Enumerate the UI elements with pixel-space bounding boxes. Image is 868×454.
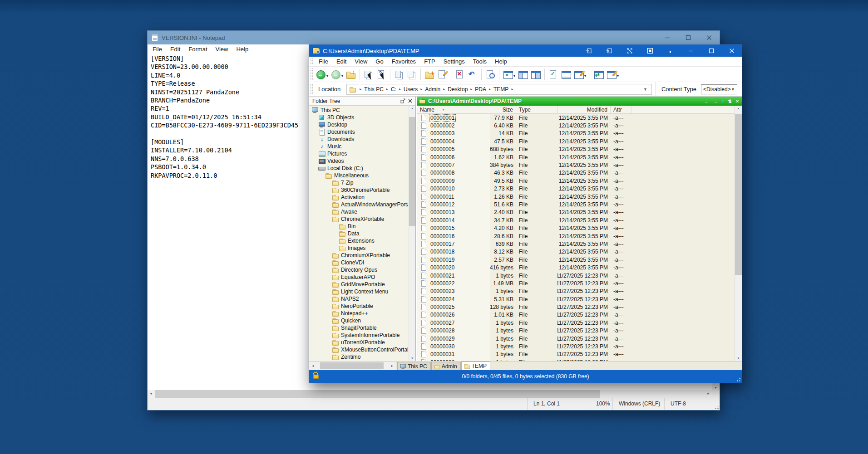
- edit-file-button[interactable]: [436, 68, 449, 81]
- tree-item-directory-opus[interactable]: Directory Opus: [310, 266, 408, 273]
- swap-panes-button[interactable]: ⇄: [592, 68, 605, 81]
- tree-item-bin[interactable]: Bin: [310, 223, 408, 230]
- edit-window-dropdown-icon[interactable]: ▾: [617, 74, 619, 78]
- breadcrumb-desktop[interactable]: Desktop: [446, 86, 469, 93]
- tree-item-awake[interactable]: Awake: [310, 208, 408, 215]
- breadcrumb-field[interactable]: ▸This PC▸C:▸Users▸Admin▸Desktop▸PDA▸TEMP…: [346, 84, 652, 95]
- breadcrumb-pda[interactable]: PDA: [473, 86, 488, 93]
- notepad-menu-format[interactable]: Format: [184, 46, 211, 53]
- file-row-00000009[interactable]: 0000000949.5 KBFile12/14/2025 3:55 PM-a-…: [417, 177, 735, 185]
- file-row-00000024[interactable]: 000000245.31 KBFile11/27/2025 12:23 PM-a…: [417, 295, 735, 303]
- tree-item-miscellaneous[interactable]: Miscellaneous: [310, 172, 408, 179]
- dual-pane-horizontal-button[interactable]: [529, 68, 542, 81]
- list-vscroll-thumb[interactable]: [735, 114, 742, 275]
- file-row-00000015[interactable]: 000000154.20 KBFile12/14/2025 3:55 PM-a-…: [417, 224, 735, 232]
- file-manager-maximize-button[interactable]: [701, 45, 721, 57]
- tree-item-images[interactable]: Images: [310, 244, 408, 252]
- file-row-00000026[interactable]: 000000261.01 KBFile11/27/2025 12:23 PM-a…: [417, 311, 735, 319]
- tab-this-pc[interactable]: This PC: [397, 362, 431, 370]
- file-manager-minimize-button[interactable]: [681, 45, 701, 57]
- tree-item-desktop[interactable]: Desktop: [310, 121, 408, 128]
- menu-file[interactable]: File: [315, 58, 332, 65]
- tree-item-extensions[interactable]: Extensions: [310, 237, 408, 244]
- locationbar-grip[interactable]: [310, 83, 313, 95]
- dock-left-button[interactable]: [578, 45, 599, 57]
- menu-view[interactable]: View: [350, 58, 371, 65]
- tree-vertical-scrollbar[interactable]: [409, 106, 415, 361]
- tree-item-downloads[interactable]: Downloads: [310, 136, 408, 143]
- edit-window-button[interactable]: ▾: [605, 68, 620, 81]
- search-button[interactable]: [484, 68, 497, 81]
- breadcrumb-dropdown-icon[interactable]: ▼: [643, 87, 649, 92]
- customize-view-button[interactable]: ▾: [572, 68, 587, 81]
- tree-item-chromexportable[interactable]: ChromeXPortable: [310, 215, 408, 223]
- viewer-pane-button[interactable]: [560, 68, 572, 81]
- file-row-00000013[interactable]: 000000132.40 KBFile12/14/2025 3:55 PM-a-…: [417, 209, 735, 216]
- breadcrumb-this-pc[interactable]: This PC: [363, 86, 385, 93]
- up-one-level-button[interactable]: ↑: [345, 68, 357, 81]
- tree-item-music[interactable]: Music: [310, 143, 408, 150]
- pane-close-icon[interactable]: ×: [736, 99, 739, 104]
- file-row-00000016[interactable]: 0000001628.6 KBFile12/14/2025 3:55 PM-a-…: [417, 232, 735, 240]
- column-header-name[interactable]: Name▼: [417, 106, 490, 113]
- pane-forward-icon[interactable]: →: [713, 99, 718, 104]
- breadcrumb-admin[interactable]: Admin: [424, 86, 442, 93]
- column-header-modified[interactable]: Modified: [557, 106, 611, 113]
- menu-favorites[interactable]: Favorites: [388, 58, 420, 65]
- list-vertical-scrollbar[interactable]: [735, 106, 742, 361]
- tree-item-gridmoveportable[interactable]: GridMovePortable: [310, 281, 408, 288]
- file-row-00000007[interactable]: 00000007384 bytesFile12/14/2025 3:55 PM-…: [417, 161, 735, 169]
- tree-item-quicken[interactable]: Quicken: [310, 317, 408, 324]
- tree-item-activation[interactable]: Activation: [310, 194, 408, 201]
- tree-item-documents[interactable]: Documents: [310, 128, 408, 136]
- file-row-00000020[interactable]: 00000020416 bytesFile12/14/2025 3:55 PM-…: [417, 264, 735, 271]
- tree-item-light-context-menu[interactable]: Light Context Menu: [310, 288, 408, 295]
- tree-item-snagitportable[interactable]: SnagitPortable: [310, 324, 408, 332]
- content-type-select[interactable]: <Disabled> ▼: [701, 84, 737, 94]
- customize-view-dropdown-icon[interactable]: ▾: [584, 74, 586, 78]
- tree-horizontal-scrollbar[interactable]: [309, 361, 396, 370]
- tree-hscroll-thumb[interactable]: [320, 362, 384, 369]
- forward-dropdown-icon[interactable]: ▾: [341, 74, 343, 78]
- file-row-00000030[interactable]: 000000301 bytesFile11/27/2025 12:23 PM-a…: [417, 342, 735, 350]
- tree-item-neroportable[interactable]: NeroPortable: [310, 303, 408, 310]
- breadcrumb-temp[interactable]: TEMP: [492, 86, 510, 93]
- column-header-size[interactable]: Size: [490, 106, 516, 113]
- notepad-hscroll-thumb[interactable]: [155, 390, 600, 398]
- tree-item-local-disk-c[interactable]: Local Disk (C:): [310, 165, 408, 172]
- new-folder-button[interactable]: +: [423, 68, 436, 81]
- tree-item-naps2[interactable]: NAPS2: [310, 295, 408, 303]
- frame-view-button[interactable]: [640, 45, 660, 57]
- tree-item-360chromeportable[interactable]: 360ChromePortable: [310, 186, 408, 194]
- tree-item-7-zip[interactable]: 7-Zip: [310, 179, 408, 186]
- file-row-00000006[interactable]: 000000061.62 KBFile12/14/2025 3:55 PM-a-…: [417, 153, 735, 161]
- tree-item-zentimo[interactable]: Zentimo: [310, 353, 408, 361]
- notepad-maximize-button[interactable]: [678, 31, 699, 44]
- back-button[interactable]: ←▾: [315, 68, 330, 81]
- file-row-00000023[interactable]: 000000231 bytesFile11/27/2025 12:23 PM-a…: [417, 288, 735, 295]
- breadcrumb-c[interactable]: C:: [390, 86, 398, 93]
- notepad-close-button[interactable]: [699, 31, 720, 44]
- file-row-00000029[interactable]: 000000291 bytesFile11/27/2025 12:23 PM-a…: [417, 335, 735, 342]
- tree-item-chromiumxportable[interactable]: ChromiumXPortable: [310, 252, 408, 259]
- menubar-grip[interactable]: [310, 58, 313, 65]
- notepad-menu-edit[interactable]: Edit: [166, 46, 184, 53]
- duplicate-button[interactable]: [405, 68, 418, 81]
- file-row-00000019[interactable]: 000000192.57 KBFile12/14/2025 3:55 PM-a-…: [417, 256, 735, 264]
- dual-pane-vertical-button[interactable]: [517, 68, 529, 81]
- close-panel-button[interactable]: [406, 98, 414, 105]
- context-help-button[interactable]: ?: [375, 68, 388, 81]
- tree-item-systeminformerportable[interactable]: SystemInformerPortable: [310, 332, 408, 339]
- tree-item-utorrentxportable[interactable]: uTorrentXPortable: [310, 339, 408, 346]
- menu-go[interactable]: Go: [371, 58, 387, 65]
- tree-item-clonevdi[interactable]: CloneVDI: [310, 259, 408, 266]
- tab-admin[interactable]: Admin: [431, 362, 461, 370]
- file-row-00000004[interactable]: 0000000447.5 KBFile12/14/2025 3:55 PM-a-…: [417, 137, 735, 145]
- toolbar-grip[interactable]: [310, 68, 313, 80]
- file-row-00000028[interactable]: 000000281 bytesFile11/27/2025 12:23 PM-a…: [417, 327, 735, 335]
- forward-button[interactable]: →▾: [330, 68, 345, 81]
- tree-item-xmousebuttoncontrolportable[interactable]: XMouseButtonControlPortable: [310, 346, 408, 353]
- file-manager-close-button[interactable]: [721, 45, 742, 57]
- column-header-type[interactable]: Type: [516, 106, 557, 113]
- file-manager-titlebar[interactable]: C:\Users\Admin\Desktop\PDA\TEMP: [309, 45, 742, 57]
